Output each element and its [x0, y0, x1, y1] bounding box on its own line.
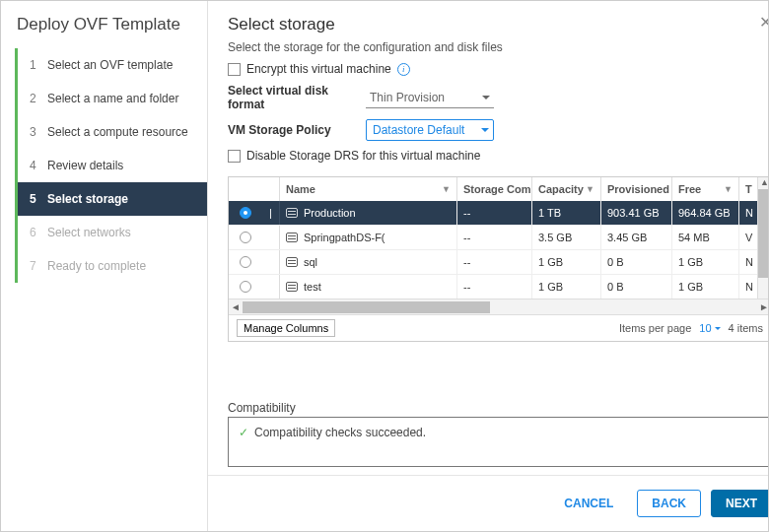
scroll-left-icon[interactable]: ◄	[229, 301, 243, 312]
row-pin-cell: |	[262, 201, 280, 225]
table-row[interactable]: |Production--1 TB903.41 GB964.84 GBN	[229, 201, 757, 225]
cell-capacity: 1 TB	[532, 201, 601, 225]
datastore-table: Name ▼ Storage Compatibility ▼ Capacity …	[228, 176, 769, 342]
back-button[interactable]: BACK	[637, 490, 701, 517]
step-number: 2	[30, 92, 39, 105]
row-pin-cell	[262, 250, 280, 274]
cell-capacity: 1 GB	[532, 275, 601, 299]
cell-type: N	[739, 201, 757, 225]
disk-format-label: Select virtual disk format	[228, 84, 366, 111]
row-radio[interactable]	[240, 232, 251, 243]
wizard-footer: CANCEL BACK NEXT	[208, 475, 769, 531]
datastore-name: test	[304, 281, 321, 293]
disable-drs-label: Disable Storage DRS for this virtual mac…	[246, 149, 480, 163]
wizard-steps: 1Select an OVF template2Select a name an…	[15, 48, 207, 283]
cell-capacity: 1 GB	[532, 250, 601, 274]
scrollbar-thumb[interactable]	[243, 301, 490, 313]
items-per-page-label: Items per page	[619, 322, 691, 334]
col-storage-compatibility[interactable]: Storage Compatibility ▼	[457, 177, 532, 201]
wizard-step-4[interactable]: 4Review details	[18, 149, 207, 182]
col-capacity[interactable]: Capacity ▼	[532, 177, 601, 201]
horizontal-scrollbar[interactable]: ◄ ►	[229, 299, 769, 314]
info-icon[interactable]: i	[397, 63, 410, 76]
filter-icon[interactable]: ▼	[724, 184, 733, 194]
step-number: 6	[30, 226, 39, 239]
step-label: Select storage	[47, 192, 128, 206]
wizard-step-1[interactable]: 1Select an OVF template	[18, 48, 207, 82]
check-icon: ✓	[239, 426, 248, 439]
wizard-title: Deploy OVF Template	[1, 15, 207, 48]
wizard-step-2[interactable]: 2Select a name and folder	[18, 82, 207, 115]
step-number: 3	[30, 125, 39, 139]
close-icon[interactable]: ✕	[759, 15, 769, 31]
step-label: Review details	[47, 159, 123, 172]
disable-drs-checkbox[interactable]	[228, 150, 241, 163]
main-panel: Select storage ✕ Select the storage for …	[208, 1, 769, 531]
table-header-row: Name ▼ Storage Compatibility ▼ Capacity …	[229, 177, 757, 201]
datastore-icon	[286, 257, 298, 267]
datastore-icon	[286, 233, 298, 242]
step-label: Ready to complete	[47, 259, 146, 273]
cell-storage-compatibility: --	[457, 250, 532, 274]
total-items: 4 items	[729, 322, 763, 334]
row-radio[interactable]	[240, 256, 251, 268]
step-number: 7	[30, 259, 39, 273]
col-provisioned[interactable]: Provisioned ▼	[601, 177, 672, 201]
step-number: 5	[30, 192, 39, 206]
cell-type: N	[739, 250, 757, 274]
manage-columns-button[interactable]: Manage Columns	[237, 319, 335, 337]
page-title: Select storage	[228, 15, 759, 34]
disk-format-select[interactable]: Thin Provision	[366, 87, 494, 108]
table-row[interactable]: SpringpathDS-F(--3.5 GB3.45 GB54 MBV	[229, 225, 757, 249]
cell-type: V	[739, 226, 757, 249]
datastore-name: SpringpathDS-F(	[304, 232, 385, 243]
row-radio[interactable]	[240, 281, 251, 293]
cell-free: 964.84 GB	[672, 201, 739, 225]
col-free[interactable]: Free ▼	[672, 177, 739, 201]
step-label: Select a name and folder	[47, 92, 178, 105]
vertical-scrollbar[interactable]: ▲	[757, 177, 769, 299]
wizard-step-3[interactable]: 3Select a compute resource	[18, 115, 207, 149]
compatibility-label: Compatibility	[228, 401, 769, 415]
cell-storage-compatibility: --	[457, 275, 532, 299]
row-radio[interactable]	[240, 207, 251, 219]
cell-storage-compatibility: --	[457, 201, 532, 225]
cancel-button[interactable]: CANCEL	[550, 490, 627, 517]
items-per-page-select[interactable]: 10	[699, 322, 720, 334]
step-number: 1	[30, 58, 39, 72]
table-row[interactable]: test--1 GB0 B1 GBN	[229, 274, 757, 299]
cell-free: 54 MB	[672, 226, 739, 249]
datastore-icon	[286, 208, 298, 218]
cell-provisioned: 903.41 GB	[601, 201, 672, 225]
datastore-icon	[286, 282, 298, 292]
filter-icon[interactable]: ▼	[442, 184, 451, 194]
datastore-name: Production	[304, 207, 356, 219]
wizard-step-5[interactable]: 5Select storage	[18, 182, 207, 216]
step-label: Select an OVF template	[47, 58, 173, 72]
datastore-name: sql	[304, 256, 317, 268]
compatibility-box: ✓Compatibility checks succeeded.	[228, 417, 769, 467]
wizard-step-6: 6Select networks	[18, 216, 207, 249]
wizard-sidebar: Deploy OVF Template 1Select an OVF templ…	[1, 1, 208, 531]
cell-provisioned: 0 B	[601, 275, 672, 299]
col-name[interactable]: Name ▼	[280, 177, 457, 201]
table-row[interactable]: sql--1 GB0 B1 GBN	[229, 249, 757, 274]
storage-policy-select[interactable]: Datastore Default	[366, 119, 494, 141]
encrypt-vm-checkbox[interactable]	[228, 63, 241, 76]
cell-type: N	[739, 275, 757, 299]
filter-icon[interactable]: ▼	[586, 184, 594, 194]
cell-free: 1 GB	[672, 275, 739, 299]
cell-provisioned: 3.45 GB	[601, 226, 672, 249]
row-pin-cell	[262, 275, 280, 299]
next-button[interactable]: NEXT	[711, 490, 769, 517]
scroll-right-icon[interactable]: ►	[757, 301, 769, 312]
col-type[interactable]: T	[739, 177, 757, 201]
step-number: 4	[30, 159, 39, 172]
storage-policy-label: VM Storage Policy	[228, 123, 366, 137]
cell-free: 1 GB	[672, 250, 739, 274]
cell-storage-compatibility: --	[457, 226, 532, 249]
encrypt-vm-label: Encrypt this virtual machine	[246, 62, 391, 76]
page-subtitle: Select the storage for the configuration…	[228, 40, 769, 54]
row-pin-cell	[262, 226, 280, 249]
step-label: Select a compute resource	[47, 125, 188, 139]
